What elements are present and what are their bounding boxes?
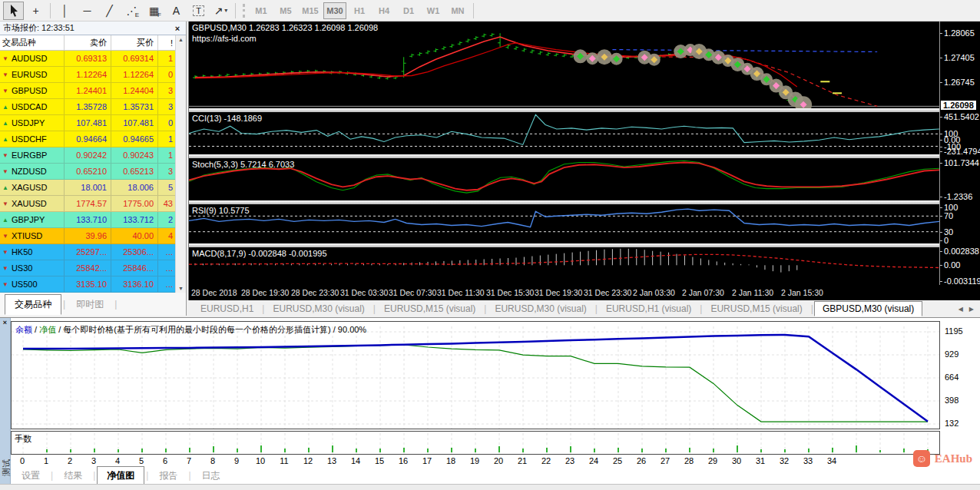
table-row[interactable]: ▼GBPUSD1.244011.244043 <box>0 83 186 99</box>
market-watch-tab-1[interactable]: 即时图 <box>67 295 113 314</box>
text-icon[interactable]: A <box>166 2 187 20</box>
equity-axis-value: 1195 <box>945 326 963 336</box>
tab-scroll-right-icon[interactable]: ▶ <box>969 306 974 313</box>
date-label: 28 Dec 2018 <box>191 288 237 297</box>
tester-tab-0[interactable]: 设置 <box>12 467 49 485</box>
tester-tab-1[interactable]: 结果 <box>55 467 91 485</box>
cursor-icon[interactable] <box>3 2 24 20</box>
chart-tab-3[interactable]: EURUSD,M30 (visual) <box>487 302 594 316</box>
date-label: 31 Dec 11:30 <box>437 288 485 297</box>
axis-value: 451.5402 <box>944 112 979 121</box>
table-row[interactable]: ▼EURGBP0.902420.902431 <box>0 147 186 164</box>
table-row[interactable]: ▼XTIUSD39.9640.004 <box>0 228 186 244</box>
chart-tab-5[interactable]: EURUSD,M15 (visual) <box>703 302 809 316</box>
arrow-down-icon: ▼ <box>2 152 8 159</box>
rsi-canvas <box>189 204 939 243</box>
table-row[interactable]: ▼EURUSD1.122641.122640 <box>0 67 186 83</box>
chart-tab-bar: EURUSD,H1|EURUSD,M30 (visual)|EURUSD,M15… <box>187 300 980 317</box>
table-row[interactable]: ▲USDCHF0.946640.946651 <box>0 131 186 147</box>
table-row[interactable]: ▼NZDUSD0.652100.652133 <box>0 164 186 180</box>
scroll-down-icon[interactable]: ▼ <box>178 286 184 291</box>
arrow-down-icon: ▼ <box>2 265 8 272</box>
grid-icon[interactable]: ▦F <box>144 2 164 20</box>
tab-separator: | <box>146 470 148 481</box>
spread-value: 3 <box>158 164 176 179</box>
table-row[interactable]: ▼HK5025297...25306...... <box>0 244 186 260</box>
spread-value: 5 <box>158 180 176 195</box>
table-row[interactable]: ▲USDJPY107.481107.4810 <box>0 115 186 131</box>
tab-separator: | <box>188 470 190 481</box>
tab-separator: | <box>63 299 65 310</box>
arrow-down-icon: ▼ <box>2 200 8 207</box>
timeframe-m30-button[interactable]: M30 <box>323 2 346 19</box>
chart-tab-0[interactable]: EURUSD,H1 <box>193 302 261 316</box>
date-label: 31 Dec 07:30 <box>389 288 436 297</box>
bid-value: 18.001 <box>65 180 111 195</box>
ask-value: 107.481 <box>111 115 158 131</box>
chart-tab-1[interactable]: EURUSD,M30 (visual) <box>265 302 372 316</box>
crosshair-icon[interactable]: + <box>25 2 46 20</box>
timeframe-d1-button[interactable]: D1 <box>397 2 420 19</box>
tab-scroll-left-icon[interactable]: ◀ <box>958 306 963 313</box>
chart-tab-4[interactable]: EURUSD,H1 (visual) <box>598 302 699 316</box>
arrows-icon[interactable]: ↗▾ <box>210 2 231 20</box>
x-axis-label: 19 <box>470 456 479 465</box>
timeframe-m15-button[interactable]: M15 <box>299 2 322 19</box>
date-label: 28 Dec 19:30 <box>241 288 289 297</box>
table-row[interactable]: ▲USDCAD1.357281.357313 <box>0 99 186 115</box>
legend-sep3: / <box>331 325 338 334</box>
chart-tab-2[interactable]: EURUSD,M15 (visual) <box>376 302 483 316</box>
spread-value: 1 <box>158 147 176 163</box>
stoch-pane: Stoch(5,3,3) 5.7214 6.7033 <box>189 158 939 200</box>
bid-value: 0.65210 <box>65 164 111 179</box>
equity-chart: 余额 / 净值 / 每个即时价格(基于所有可利用的最小时段的每一个价格的分形插值… <box>11 321 940 429</box>
label-icon[interactable]: T <box>188 2 209 20</box>
ask-value: 0.69314 <box>111 51 158 66</box>
axis-value: 1.27405 <box>944 53 975 62</box>
tester-tab-4[interactable]: 日志 <box>193 467 230 485</box>
fibonacci-icon[interactable]: ⋰E <box>121 2 142 20</box>
spread-value: 1 <box>158 131 176 147</box>
date-label: 2 Jan 03:30 <box>633 288 675 297</box>
market-watch-tab-0[interactable]: 交易品种 <box>5 294 61 315</box>
table-row[interactable]: ▲XAGUSD18.00118.0065 <box>0 180 186 196</box>
timeframe-mn-button[interactable]: MN <box>446 2 469 19</box>
timeframe-m5-button[interactable]: M5 <box>274 2 297 19</box>
ask-value: 40.00 <box>111 228 158 243</box>
ask-value: 3136.10 <box>111 276 158 292</box>
market-watch-close-icon[interactable]: × <box>172 24 183 33</box>
bid-value: 0.90242 <box>65 147 111 163</box>
timeframe-m1-button[interactable]: M1 <box>250 2 273 19</box>
scroll-up-icon[interactable]: ▲ <box>178 37 184 42</box>
x-axis-label: 12 <box>303 456 313 465</box>
timeframe-w1-button[interactable]: W1 <box>422 2 445 19</box>
date-label: 31 Dec 03:30 <box>340 288 388 297</box>
market-watch-scrollbar[interactable]: ▲ ▼ <box>175 35 186 293</box>
chart-tab-6[interactable]: GBPUSD,M30 (visual) <box>814 301 922 316</box>
timeframe-h4-button[interactable]: H4 <box>372 2 396 19</box>
horizontal-line-icon[interactable]: ─ <box>77 2 98 20</box>
symbol-name: US30 <box>12 263 33 273</box>
table-row[interactable]: ▼US3025842...25846...... <box>0 260 186 276</box>
tester-tab-2[interactable]: 净值图 <box>97 466 144 485</box>
table-row[interactable]: ▼XAUUSD1774.571775.0043 <box>0 196 186 212</box>
x-axis-label: 9 <box>234 456 239 465</box>
table-row[interactable]: ▼US5003135.103136.10... <box>0 276 186 293</box>
axis-value: -231.4794 <box>944 147 980 156</box>
vertical-line-icon[interactable]: │ <box>55 2 75 20</box>
date-axis: 28 Dec 201828 Dec 19:3028 Dec 23:3031 De… <box>189 285 939 300</box>
tab-separator: | <box>373 303 376 314</box>
spread-value: ... <box>158 244 176 260</box>
x-axis-label: 27 <box>661 456 670 465</box>
bid-value: 133.710 <box>65 212 111 227</box>
tab-separator: | <box>811 303 813 314</box>
timeframe-h1-button[interactable]: H1 <box>348 2 371 19</box>
table-row[interactable]: ▲GBPJPY133.710133.7122 <box>0 212 186 228</box>
axis-value: 70 <box>944 211 953 220</box>
bid-value: 39.96 <box>65 228 111 243</box>
tester-close-icon[interactable]: × <box>0 319 10 326</box>
trendline-icon[interactable]: ╱ <box>99 2 120 20</box>
table-row[interactable]: ▼AUDUSD0.693130.693141 <box>0 51 186 67</box>
tab-separator: | <box>595 303 598 314</box>
tester-tab-3[interactable]: 报告 <box>150 467 187 485</box>
